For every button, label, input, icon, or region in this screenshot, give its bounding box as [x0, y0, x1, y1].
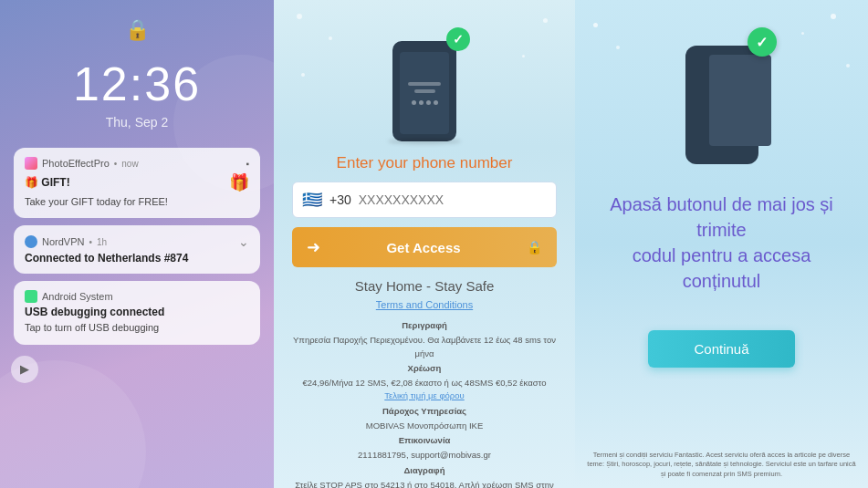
terms-link[interactable]: Terms and Conditions: [376, 299, 473, 310]
phone-illustration-middle: ✓: [374, 23, 475, 141]
snow-r-1: [593, 23, 598, 27]
notification-nordvpn[interactable]: NordVPN • 1h ⌄ Connected to Netherlands …: [14, 225, 260, 274]
phone-screen-inner: [400, 52, 449, 134]
gift-icon: 🎁: [229, 172, 249, 192]
android-icon: [25, 290, 37, 303]
lock-access-icon: 🔒: [527, 240, 542, 254]
phone-screen-right: [709, 55, 771, 146]
get-access-label: Get Access: [320, 240, 527, 255]
snow-dot-3: [543, 18, 548, 23]
phone-body-right: [685, 46, 758, 164]
photoeffect-icon: [25, 157, 37, 170]
play-icon[interactable]: ▶: [11, 356, 38, 383]
clock-time: 12:36: [73, 57, 201, 111]
screen-dot-1: [412, 100, 416, 105]
phone-input-row[interactable]: 🇬🇷 +30: [292, 182, 557, 218]
snow-r-2: [616, 46, 620, 49]
snow-dot-2: [329, 36, 332, 40]
notif-app-name-1: PhotoEffectPro: [42, 158, 110, 169]
snow-dot-4: [522, 55, 525, 57]
notification-android[interactable]: Android System USB debugging connected T…: [14, 281, 260, 344]
lock-icon: 🔒: [125, 18, 150, 42]
screen-line-2: [414, 89, 435, 93]
desc-body-5: Στείλε STOP APS στο 54213 ή στο 54018. Α…: [292, 479, 557, 488]
desc-header-4: Επικοινωνία: [292, 434, 557, 447]
snow-dot-1: [297, 14, 302, 19]
phone-entry-panel: ✓ Enter your phone number 🇬🇷 +30 ➜ Get A…: [274, 0, 575, 488]
clock-date: Thu, Sep 2: [106, 115, 169, 130]
description-block: Περιγραφή Υπηρεσία Παροχής Περιεχομένου.…: [292, 319, 557, 488]
enter-phone-title: Enter your phone number: [337, 154, 513, 172]
expand-icon[interactable]: ⌄: [238, 234, 249, 249]
notif-alert-icon: ▪: [246, 159, 249, 169]
check-badge-middle: ✓: [446, 27, 470, 51]
notif-timestamp-2: 1h: [97, 237, 107, 247]
screen-dots: [412, 100, 438, 105]
notif-title-android: USB debugging connected: [25, 306, 249, 318]
notif-app-name-2: NordVPN: [42, 236, 84, 247]
continua-button[interactable]: Continuă: [648, 330, 794, 368]
flag-icon: 🇬🇷: [302, 190, 322, 210]
notifications-list: PhotoEffectPro • now ▪ 🎁 GIFT! 🎁 Take yo…: [14, 148, 260, 345]
nordvpn-icon: [25, 235, 37, 248]
right-main-text: Apasă butonul de mai jos și trimite codu…: [598, 192, 845, 294]
desc-body-2: €24,96/Μήνα 12 SMS, €2,08 έκαστο ή ως 48…: [292, 377, 557, 403]
notif-body-android: Tap to turn off USB debugging: [25, 321, 249, 335]
notification-photoeffect[interactable]: PhotoEffectPro • now ▪ 🎁 GIFT! 🎁 Take yo…: [14, 148, 260, 218]
phone-illustration-right: ✓: [667, 27, 777, 164]
country-code: +30: [329, 192, 351, 207]
right-panel: ✓ Apasă butonul de mai jos și trimite co…: [575, 0, 868, 488]
notif-app-name-android: Android System: [42, 291, 113, 302]
snow-r-3: [831, 14, 836, 19]
phone-number-input[interactable]: [359, 192, 547, 207]
arrow-icon: ➜: [307, 237, 320, 257]
desc-header-5: Διαγραφή: [292, 464, 557, 477]
desc-body-3: MOBIVAS Μονοπρόσωπη ΙΚΕ: [292, 420, 557, 432]
get-access-button[interactable]: ➜ Get Access 🔒: [292, 227, 557, 267]
snow-dot-5: [301, 73, 305, 77]
desc-link[interactable]: Τελική τιμή με φόρου: [384, 390, 464, 400]
phone-body-middle: [392, 41, 456, 141]
notif-body-1: Take your GIFT today for FREE!: [25, 195, 249, 209]
desc-header-2: Χρέωση: [292, 362, 557, 375]
check-badge-right: ✓: [748, 27, 777, 57]
snow-r-5: [801, 32, 804, 35]
notif-title-1: 🎁 GIFT!: [25, 176, 70, 189]
stay-home-text: Stay Home - Stay Safe: [355, 278, 495, 294]
snow-r-4: [846, 64, 850, 67]
screen-dot-3: [426, 100, 431, 105]
phone-lockscreen-panel: 🔒 12:36 Thu, Sep 2 PhotoEffectPro • now …: [0, 0, 274, 488]
desc-body-4: 2111881795, support@mobivas.gr: [292, 449, 557, 462]
phone-shadow: [388, 139, 461, 144]
desc-body-1: Υπηρεσία Παροχής Περιεχομένου. Θα λαμβάν…: [292, 334, 557, 360]
desc-header-1: Περιγραφή: [292, 319, 557, 332]
notif-title-2: Connected to Netherlands #874: [25, 252, 249, 265]
screen-line-1: [408, 82, 442, 86]
screen-dot-4: [434, 100, 438, 105]
notif-timestamp-1: now: [121, 159, 138, 169]
screen-dot-2: [419, 100, 424, 105]
disclaimer-right: Termeni și condiții serviciu Fantastic. …: [584, 451, 859, 480]
desc-header-3: Πάροχος Υπηρεσίας: [292, 405, 557, 418]
